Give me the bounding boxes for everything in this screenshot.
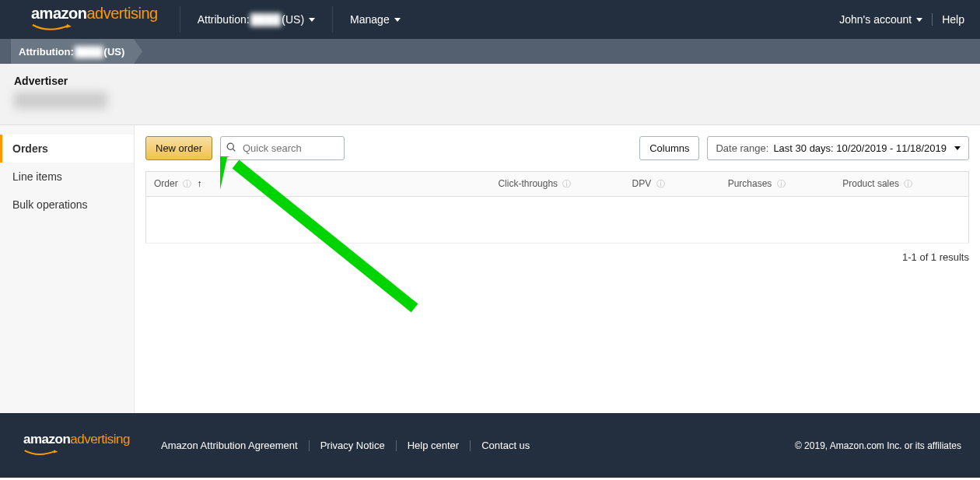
account-dropdown[interactable]: John's account [839, 0, 922, 39]
new-order-button[interactable]: New order [145, 136, 212, 160]
table-cell [835, 197, 968, 244]
sort-asc-icon[interactable]: ↑ [197, 178, 201, 189]
logo-swoosh-icon [23, 450, 70, 457]
info-icon[interactable]: ⓘ [777, 179, 786, 188]
logo-swoosh-icon [31, 24, 86, 32]
logo-advertising: advertising [70, 432, 130, 447]
sidebar-item-label: Bulk operations [12, 198, 88, 211]
footer-separator [396, 440, 397, 451]
caret-down-icon [394, 18, 401, 22]
logo[interactable]: amazonadvertising [0, 5, 180, 34]
table-header-row: Order ⓘ ↑ Click-throughs ⓘ DPV ⓘ Purchas… [146, 172, 969, 197]
orders-table: Order ⓘ ↑ Click-throughs ⓘ DPV ⓘ Purchas… [145, 171, 969, 244]
caret-down-icon [916, 18, 922, 22]
footer-link-help[interactable]: Help center [408, 440, 459, 451]
svg-line-1 [233, 149, 235, 151]
advertiser-label: Advertiser [14, 75, 966, 87]
date-range-value: Last 30 days: 10/20/2019 - 11/18/2019 [773, 142, 947, 154]
table-cell [720, 197, 835, 244]
nav-manage-label: Manage [350, 13, 390, 26]
date-range-dropdown[interactable]: Date range: Last 30 days: 10/20/2019 - 1… [707, 136, 969, 160]
svg-point-0 [227, 143, 233, 149]
table-cell [146, 197, 491, 244]
nav-manage-dropdown[interactable]: Manage [333, 0, 418, 39]
info-icon[interactable]: ⓘ [183, 179, 191, 188]
body: Orders Line items Bulk operations New or… [0, 125, 980, 413]
search-icon [226, 142, 236, 155]
logo-amazon: amazon [31, 5, 86, 22]
column-label: Product sales [842, 178, 899, 189]
logo-advertising: advertising [86, 5, 157, 22]
sidebar-item-label: Line items [12, 170, 62, 183]
column-purchases[interactable]: Purchases ⓘ [720, 172, 835, 197]
nav-attribution-prefix: Attribution: [198, 13, 250, 26]
toolbar: New order Columns Date range: Last 30 da… [145, 136, 969, 160]
column-label: DPV [632, 178, 652, 189]
advertiser-name-redacted [14, 92, 107, 109]
table-cell [625, 197, 720, 244]
table-row[interactable] [146, 197, 969, 244]
chevron-down-icon [954, 146, 961, 150]
info-icon[interactable]: ⓘ [562, 179, 571, 188]
column-label: Purchases [728, 178, 772, 189]
breadcrumb-prefix: Attribution: [19, 46, 74, 58]
footer-link-agreement[interactable]: Amazon Attribution Agreement [161, 440, 298, 451]
nav-separator [932, 13, 933, 26]
footer-separator [309, 440, 310, 451]
sidebar-item-bulk-operations[interactable]: Bulk operations [0, 191, 134, 219]
sidebar: Orders Line items Bulk operations [0, 125, 134, 413]
sidebar-item-line-items[interactable]: Line items [0, 163, 134, 191]
caret-down-icon [309, 18, 315, 22]
footer-link-contact[interactable]: Contact us [481, 440, 530, 451]
breadcrumb-redacted: ████ [75, 46, 103, 58]
column-label: Order [154, 178, 178, 189]
sidebar-item-label: Orders [12, 142, 48, 155]
columns-button[interactable]: Columns [639, 136, 699, 160]
breadcrumb-ribbon: Attribution: ████ (US) [0, 39, 980, 64]
help-link[interactable]: Help [942, 13, 964, 26]
advertiser-header: Advertiser [0, 64, 980, 125]
breadcrumb-chip[interactable]: Attribution: ████ (US) [11, 39, 134, 64]
nav-attribution-dropdown[interactable]: Attribution: ████ (US) [180, 0, 332, 39]
footer: amazonadvertising Amazon Attribution Agr… [0, 413, 980, 478]
nav-attribution-suffix: (US) [282, 13, 304, 26]
sidebar-item-orders[interactable]: Orders [0, 135, 134, 163]
nav-attribution-redacted: ████ [250, 13, 282, 26]
logo-amazon: amazon [23, 432, 70, 447]
date-range-label: Date range: [716, 142, 768, 154]
column-dpv[interactable]: DPV ⓘ [625, 172, 720, 197]
top-nav: amazonadvertising Attribution: ████ (US)… [0, 0, 980, 39]
footer-link-privacy[interactable]: Privacy Notice [320, 440, 385, 451]
info-icon[interactable]: ⓘ [656, 179, 665, 188]
column-label: Click-throughs [498, 178, 558, 189]
table-cell [490, 197, 624, 244]
info-icon[interactable]: ⓘ [904, 179, 912, 188]
column-product-sales[interactable]: Product sales ⓘ [835, 172, 968, 197]
column-order[interactable]: Order ⓘ ↑ [146, 172, 491, 197]
footer-separator [470, 440, 471, 451]
account-label: John's account [839, 13, 912, 26]
breadcrumb-suffix: (US) [104, 46, 125, 58]
main-content: New order Columns Date range: Last 30 da… [134, 125, 980, 413]
results-count: 1-1 of 1 results [145, 251, 969, 263]
quick-search-input[interactable] [220, 136, 345, 160]
copyright: © 2019, Amazon.com Inc. or its affiliate… [795, 440, 961, 451]
search-wrap [220, 136, 345, 160]
footer-logo[interactable]: amazonadvertising [19, 432, 161, 459]
column-click-throughs[interactable]: Click-throughs ⓘ [490, 172, 624, 197]
